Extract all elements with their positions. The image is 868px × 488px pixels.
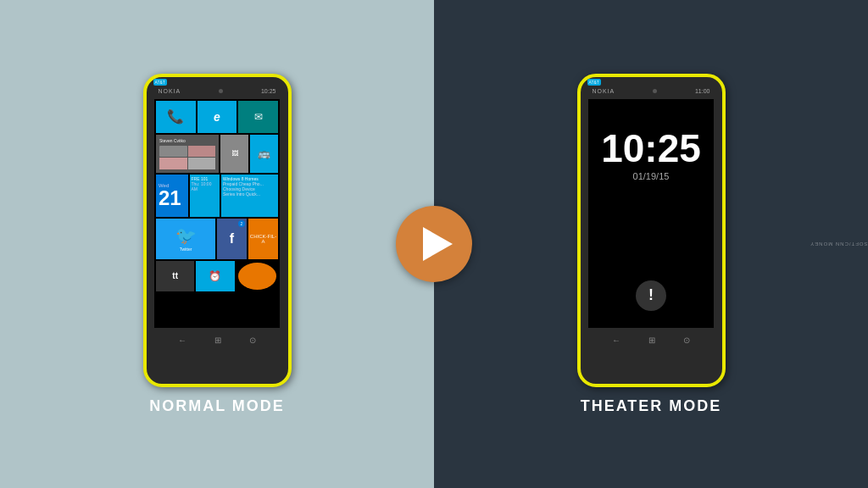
calendar-date: 21 — [159, 188, 181, 208]
phone-bottom-bar-left: ← ⊞ ⊙ — [152, 328, 283, 353]
list-tile[interactable]: Windows 8 Homes Prepaid Cheap Pho... Cho… — [221, 175, 278, 217]
photo-tile[interactable]: 🖼 — [220, 135, 248, 173]
phone-brand-left: NOKIA — [159, 88, 181, 94]
chicfila-tile[interactable]: CHICK-FIL-A — [248, 219, 278, 259]
outlook-tile[interactable]: ✉ — [238, 101, 278, 133]
back-button-left[interactable]: ← — [178, 336, 186, 345]
chicfila-text: CHICK-FIL-A — [248, 234, 278, 244]
theater-ui: 10:25 01/19/15 ! — [588, 99, 714, 328]
fre-time: Thu: 10:00 AM — [192, 181, 219, 191]
phone-icon: 📞 — [167, 108, 184, 125]
theater-mode-screen: 10:25 01/19/15 ! — [588, 99, 714, 328]
contact-photo-4 — [188, 158, 216, 169]
bus-icon: 🚌 — [258, 147, 270, 159]
phone-brand-right: NOKIA — [593, 88, 615, 94]
tile-row-2: Steven Cvitko 🖼 🚌 — [156, 135, 278, 173]
clock-section: 10:25 01/19/15 — [601, 120, 701, 181]
contact-name: Steven Cvitko — [159, 138, 186, 143]
twitter-tile[interactable]: 🐦 Twitter — [156, 219, 215, 259]
phone-top-bar-right: NOKIA 11:00 — [586, 84, 717, 99]
tile-row-3: Wed 21 FRE 101 Thu: 10:00 AM Windows 8 H… — [156, 175, 278, 217]
front-camera-right — [653, 89, 657, 93]
normal-mode-panel: AT&T NOKIA 10:25 📞 e — [0, 0, 434, 488]
arrow-right-icon — [423, 227, 453, 261]
normal-mode-label: NORMAL MODE — [149, 397, 285, 415]
windows-button-right[interactable]: ⊞ — [648, 336, 655, 345]
twitter-icon: 🐦 — [175, 225, 197, 246]
windows-phone-ui: 📞 e ✉ Steven Cvitko — [154, 99, 280, 328]
photo-icon: 🖼 — [231, 150, 238, 158]
twitter-label: Twitter — [180, 247, 192, 252]
theater-mode-panel: AT&T NOKIA 11:00 10:25 01/19/15 ! ← ⊞ ⊙ … — [434, 0, 868, 488]
fre-tile[interactable]: FRE 101 Thu: 10:00 AM — [190, 175, 220, 217]
theater-mode-phone: AT&T NOKIA 11:00 10:25 01/19/15 ! ← ⊞ ⊙ — [577, 74, 726, 387]
facebook-tile[interactable]: f 2 — [217, 219, 247, 259]
facebook-icon: f — [230, 231, 234, 247]
search-button-right[interactable]: ⊙ — [683, 336, 690, 345]
contact-photos — [159, 146, 215, 169]
ie-tile[interactable]: e — [198, 101, 237, 133]
tile-row-5: tt ⏰ — [156, 261, 278, 291]
calendar-tile[interactable]: Wed 21 — [156, 175, 188, 217]
alarm-tile[interactable]: ⏰ — [196, 261, 234, 291]
list-item-4: Series Intro Quick... — [223, 191, 260, 197]
back-button-right[interactable]: ← — [612, 336, 620, 345]
text-icon: tt — [172, 271, 178, 280]
transit-tile[interactable]: 🚌 — [250, 135, 278, 173]
theater-clock: 10:25 — [601, 129, 701, 168]
search-button-left[interactable]: ⊙ — [249, 336, 256, 345]
watermark: COURTESY: MICROSOFT/CNN MONEY — [810, 241, 868, 247]
facebook-badge: 2 — [238, 220, 245, 227]
carrier-badge-right: AT&T — [587, 79, 601, 86]
phone-top-bar: NOKIA 10:25 — [152, 84, 283, 99]
contact-photo-1 — [159, 146, 187, 158]
outlook-icon: ✉ — [254, 111, 263, 123]
arrow-circle — [396, 206, 472, 282]
circle-tile[interactable] — [238, 263, 276, 290]
tile-row-4: 🐦 Twitter f 2 CHICK-FIL-A — [156, 219, 278, 259]
tiles-container: 📞 e ✉ Steven Cvitko — [154, 99, 280, 328]
status-time-left: 10:25 — [261, 88, 276, 94]
theater-date: 01/19/15 — [633, 171, 670, 181]
contact-photo-2 — [188, 146, 216, 158]
front-camera — [219, 89, 223, 93]
contact-photo-3 — [159, 158, 187, 169]
phone-tile[interactable]: 📞 — [156, 101, 196, 133]
ie-icon: e — [214, 110, 220, 124]
notification-circle: ! — [636, 280, 666, 311]
windows-button-left[interactable]: ⊞ — [214, 336, 221, 345]
exclamation-icon: ! — [648, 286, 654, 304]
carrier-badge: AT&T — [153, 79, 167, 86]
normal-mode-screen: 📞 e ✉ Steven Cvitko — [154, 99, 280, 328]
theater-mode-label: THEATER MODE — [581, 397, 722, 415]
text-tile[interactable]: tt — [156, 261, 194, 291]
normal-mode-phone: AT&T NOKIA 10:25 📞 e — [143, 74, 292, 387]
status-time-right: 11:00 — [695, 88, 710, 94]
phone-bottom-bar-right: ← ⊞ ⊙ — [586, 328, 717, 353]
alarm-icon: ⏰ — [209, 270, 221, 282]
people-tile[interactable]: Steven Cvitko — [156, 135, 219, 173]
tile-row-1: 📞 e ✉ — [156, 101, 278, 133]
